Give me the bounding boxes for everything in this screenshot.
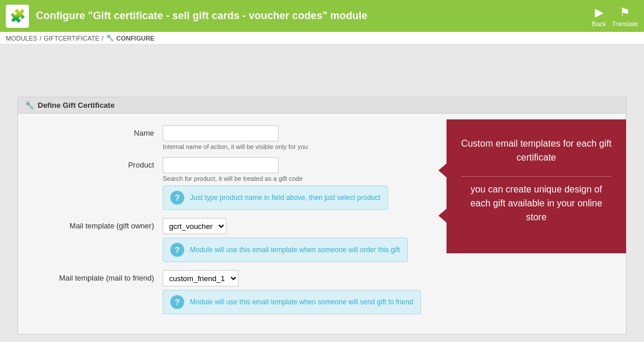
tooltip-text2: you can create unique design of each gif… [470, 184, 602, 222]
mail-friend-label: Mail template (mail to friend) [30, 270, 163, 282]
panel-header: 🔧 Define Gift Certificate [18, 97, 626, 114]
mail-friend-select[interactable]: custom_friend_1 [163, 270, 239, 286]
name-input[interactable] [163, 125, 279, 141]
mail-owner-select[interactable]: gcrt_voucher [163, 218, 226, 234]
mail-friend-info-text[interactable]: Module will use this email template when… [190, 298, 414, 306]
panel-body: Custom email templates for each gift cer… [18, 114, 626, 334]
product-input[interactable] [163, 157, 279, 173]
page-wrapper: 🧩 Configure "Gift certificate - sell gif… [0, 0, 644, 342]
mail-friend-row: Mail template (mail to friend) custom_fr… [30, 270, 614, 286]
back-label: Back [592, 20, 606, 27]
translate-label: Translate [612, 20, 638, 27]
breadcrumb: MODULES / GIFTCERTIFICATE / 🔧 CONFIGURE [0, 32, 644, 45]
tooltip-arrow-top [438, 163, 447, 177]
main-panel: 🔧 Define Gift Certificate Custom email t… [17, 97, 627, 334]
panel-title: Define Gift Certificate [38, 101, 115, 110]
product-info-text[interactable]: Just type product name in field above, t… [190, 194, 380, 202]
giftcert-crumb[interactable]: GIFTCERTIFICATE [43, 35, 99, 42]
puzzle-icon: 🧩 [10, 9, 25, 24]
translate-button[interactable]: ⚑ Translate [612, 5, 638, 27]
header: 🧩 Configure "Gift certificate - sell gif… [0, 0, 644, 32]
tooltip-section1: Custom email templates for each gift cer… [461, 137, 612, 165]
mail-friend-info-icon: ? [170, 295, 184, 309]
header-actions: ▶ Back ⚑ Translate [592, 5, 638, 27]
translate-icon: ⚑ [620, 5, 630, 19]
panel-wrench-icon: 🔧 [25, 101, 34, 110]
mail-owner-label: Mail template (gift owner) [30, 218, 163, 230]
sep1: / [39, 35, 41, 42]
mail-owner-info-icon: ? [170, 243, 184, 257]
configure-crumb: CONFIGURE [116, 35, 155, 42]
tooltip-box: Custom email templates for each gift cer… [447, 119, 626, 253]
product-label: Product [30, 157, 163, 169]
mail-owner-info-text[interactable]: Module will use this email template when… [190, 246, 400, 254]
product-info-box: ? Just type product name in field above,… [163, 185, 388, 210]
mail-owner-info-box: ? Module will use this email template wh… [163, 238, 408, 262]
tooltip-text1: Custom email templates for each gift cer… [461, 139, 612, 162]
tooltip-divider [461, 176, 612, 177]
mail-friend-info-row: ? Module will use this email template wh… [163, 290, 614, 314]
wrench-crumb-icon: 🔧 [106, 34, 114, 42]
logo: 🧩 [6, 5, 29, 28]
name-label: Name [30, 125, 163, 137]
page-title: Configure "Gift certificate - sell gift … [36, 10, 638, 22]
mail-friend-info-box: ? Module will use this email template wh… [163, 290, 421, 314]
tooltip-arrow-bottom [438, 209, 447, 223]
back-button[interactable]: ▶ Back [592, 5, 606, 27]
product-info-icon: ? [170, 191, 184, 205]
tooltip-section2: you can create unique design of each gif… [461, 183, 612, 224]
modules-crumb[interactable]: MODULES [6, 35, 37, 42]
mail-friend-field-group: custom_friend_1 [163, 270, 614, 286]
back-icon: ▶ [595, 5, 603, 19]
sep2: / [102, 35, 104, 42]
gray-spacer [0, 45, 644, 97]
content-area: MODULES / GIFTCERTIFICATE / 🔧 CONFIGURE … [0, 32, 644, 342]
